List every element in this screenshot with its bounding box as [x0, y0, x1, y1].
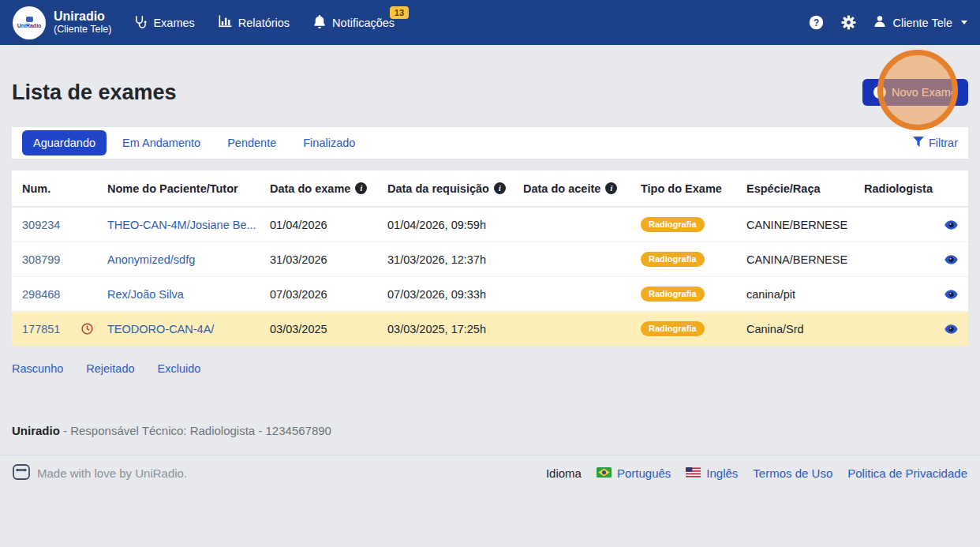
- status-tabbar: Aguardando Em Andamento Pendente Finaliz…: [12, 127, 968, 159]
- patient-name-link[interactable]: TEODORO-CAN-4A/: [107, 323, 270, 335]
- svg-text:?: ?: [814, 17, 819, 28]
- request-date: 03/03/2025, 17:25h: [387, 323, 523, 335]
- header-data-requisicao: Data da requisição: [387, 182, 489, 195]
- filter-funnel-icon: [913, 137, 924, 149]
- species-breed: Canina/Srd: [746, 323, 864, 335]
- header-tipo: Tipo do Exame: [641, 182, 722, 195]
- info-icon[interactable]: i: [605, 182, 617, 194]
- user-label: Cliente Tele: [892, 17, 952, 29]
- bone-badge-icon: [13, 464, 30, 482]
- nav-item-relatorios[interactable]: Relatórios: [219, 15, 290, 30]
- link-rascunho[interactable]: Rascunho: [12, 362, 63, 375]
- chevron-down-icon: [961, 21, 967, 24]
- header-num: Num.: [22, 182, 50, 195]
- brazil-flag-icon: [597, 466, 612, 480]
- table-row: 298468 Rex/João Silva 07/03/2026 07/03/2…: [12, 276, 968, 311]
- species-breed: CANINE/BERNESE: [746, 219, 864, 231]
- patient-name-link[interactable]: Rex/João Silva: [107, 288, 270, 301]
- exam-date: 07/03/2026: [270, 288, 387, 301]
- info-icon[interactable]: i: [355, 182, 367, 194]
- exam-type-badge: Radiografia: [641, 321, 705, 336]
- novo-exame-button[interactable]: + Novo Exame: [862, 79, 968, 106]
- exam-type-badge: Radiografia: [641, 252, 705, 267]
- language-portugues[interactable]: Português: [597, 466, 671, 480]
- header-nome: Nome do Paciente/Tutor: [107, 182, 238, 195]
- tab-finalizado[interactable]: Finalizado: [292, 130, 366, 155]
- brand-subtitle: (Cliente Tele): [54, 24, 111, 36]
- language-label: Idioma: [546, 466, 582, 480]
- tab-pendente[interactable]: Pendente: [216, 130, 287, 155]
- notification-count-badge: 13: [390, 6, 409, 19]
- top-navbar: UniRadio Uniradio (Cliente Tele) Exames …: [0, 0, 980, 45]
- table-row: 309234 THEO-CAN-4M/Josiane Be... 01/04/2…: [12, 207, 968, 242]
- exam-number-link[interactable]: 177851: [22, 323, 107, 335]
- terms-of-use-link[interactable]: Termos de Uso: [753, 466, 832, 480]
- page-title: Lista de exames: [12, 81, 177, 105]
- us-flag-icon: [686, 466, 701, 480]
- patient-name-link[interactable]: THEO-CAN-4M/Josiane Be...: [107, 219, 270, 231]
- logo-mark-icon: [26, 17, 33, 22]
- exam-date: 03/03/2025: [270, 323, 387, 335]
- plus-circle-icon: +: [873, 86, 886, 99]
- header-especie: Espécie/Raça: [746, 182, 821, 195]
- exam-type-badge: Radiografia: [641, 287, 705, 302]
- exam-number-link[interactable]: 308799: [22, 253, 107, 266]
- bell-icon: [313, 15, 326, 31]
- exam-type-badge: Radiografia: [641, 217, 705, 232]
- bar-chart-icon: [219, 15, 232, 30]
- user-menu[interactable]: Cliente Tele: [873, 15, 967, 30]
- brand[interactable]: UniRadio Uniradio (Cliente Tele): [13, 6, 111, 39]
- table-row: 308799 Anonymized/sdfg 31/03/2026 31/03/…: [12, 242, 968, 276]
- view-exam-eye-icon[interactable]: [944, 290, 958, 299]
- late-clock-icon: [81, 323, 93, 335]
- exam-date: 31/03/2026: [270, 253, 387, 266]
- exam-number-link[interactable]: 309234: [22, 219, 107, 231]
- gear-icon[interactable]: [841, 15, 856, 30]
- nav-item-exames[interactable]: Exames: [133, 15, 194, 31]
- view-exam-eye-icon[interactable]: [944, 220, 958, 230]
- link-rejeitado[interactable]: Rejeitado: [86, 362, 134, 375]
- technical-responsible-note: Uniradio - Responsável Técnico: Radiolog…: [12, 424, 968, 437]
- uniradio-logo: UniRadio: [13, 6, 46, 39]
- bottom-footer: Made with love by UniRadio. Idioma Portu…: [0, 455, 980, 491]
- brand-title: Uniradio: [54, 9, 111, 24]
- tab-em-andamento[interactable]: Em Andamento: [111, 130, 211, 155]
- request-date: 07/03/2026, 09:33h: [387, 288, 523, 301]
- privacy-policy-link[interactable]: Politica de Privacidade: [847, 466, 967, 480]
- exam-date: 01/04/2026: [270, 219, 387, 231]
- request-date: 31/03/2026, 12:37h: [387, 253, 523, 266]
- stethoscope-icon: [133, 15, 147, 31]
- info-icon[interactable]: i: [494, 182, 506, 194]
- filter-button[interactable]: Filtrar: [913, 137, 958, 149]
- species-breed: CANINA/BERNESE: [746, 253, 864, 266]
- view-exam-eye-icon[interactable]: [944, 324, 958, 334]
- header-data-exame: Data do exame: [270, 182, 350, 195]
- help-icon[interactable]: ?: [809, 15, 824, 30]
- credit-text: Made with love by UniRadio.: [37, 466, 187, 480]
- table-header-row: Num. Nome do Paciente/Tutor Data do exam…: [12, 170, 968, 207]
- tab-aguardando[interactable]: Aguardando: [22, 130, 107, 155]
- nav-item-notificacoes[interactable]: Notificações 13: [313, 15, 395, 31]
- species-breed: canina/pit: [746, 288, 864, 301]
- patient-name-link[interactable]: Anonymized/sdfg: [107, 253, 270, 266]
- header-data-aceite: Data do aceite: [523, 182, 600, 195]
- exams-table: Num. Nome do Paciente/Tutor Data do exam…: [12, 170, 968, 346]
- table-row-highlighted: 177851 TEODORO-CAN-4A/ 03/03/2025 03/03/…: [12, 311, 968, 346]
- link-excluido[interactable]: Excluido: [158, 362, 201, 375]
- user-icon: [873, 15, 886, 30]
- language-ingles[interactable]: Inglês: [686, 466, 738, 480]
- request-date: 01/04/2026, 09:59h: [387, 219, 523, 231]
- view-exam-eye-icon[interactable]: [944, 255, 958, 264]
- header-radiologista: Radiologista: [864, 182, 933, 195]
- exam-number-link[interactable]: 298468: [22, 288, 107, 301]
